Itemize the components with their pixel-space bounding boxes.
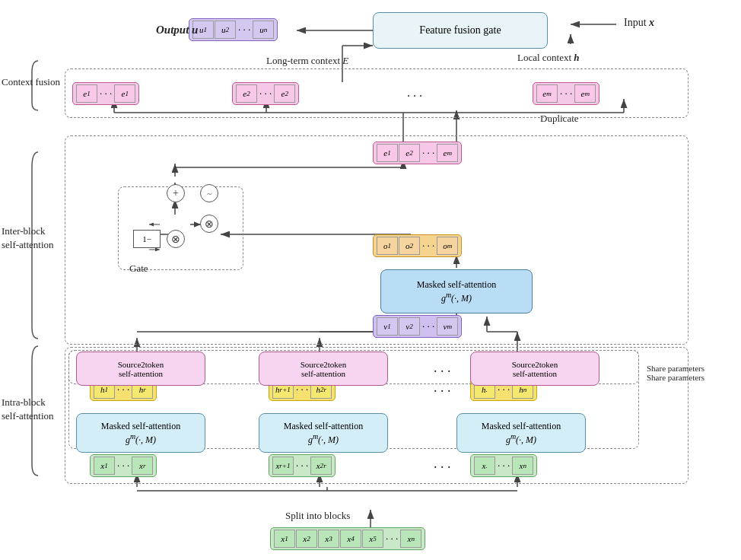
context-fusion-label: Context fusion [2,76,60,88]
cell-x5: x5 [362,530,383,548]
input-x-label: Input x [624,17,654,29]
context-fusion-dashed [65,68,689,118]
inter-block-label: Inter-blockself-attention [2,224,54,252]
cell-un: un [253,21,274,39]
intra-block-dashed-outer [65,347,689,484]
local-context-label: Local context h [517,52,580,64]
cell-x4: x4 [340,530,361,548]
feature-fusion-gate-box: Feature fusion gate [373,12,548,49]
bottom-input-row: x1 x2 x3 x4 x5 · · · xn [270,527,425,550]
cell-x1: x1 [274,530,295,548]
cell-x3: x3 [318,530,339,548]
split-into-blocks-label: Split into blocks [285,510,350,522]
ffg-label: Feature fusion gate [419,24,501,37]
cell-x2: x2 [296,530,317,548]
inter-block-dashed [65,135,689,345]
cell-u2: u2 [215,21,236,39]
architecture-diagram: x1 x2 x3 x4 x5 · · · xn Split into block… [0,0,741,560]
long-term-context-label: Long-term context E [266,55,348,67]
intra-block-label: Intra-blockself-attention [2,396,54,423]
u-row: u1 u2 · · · un [189,18,278,41]
cell-xn: xn [400,530,421,548]
output-u-label: Output u [156,24,198,37]
